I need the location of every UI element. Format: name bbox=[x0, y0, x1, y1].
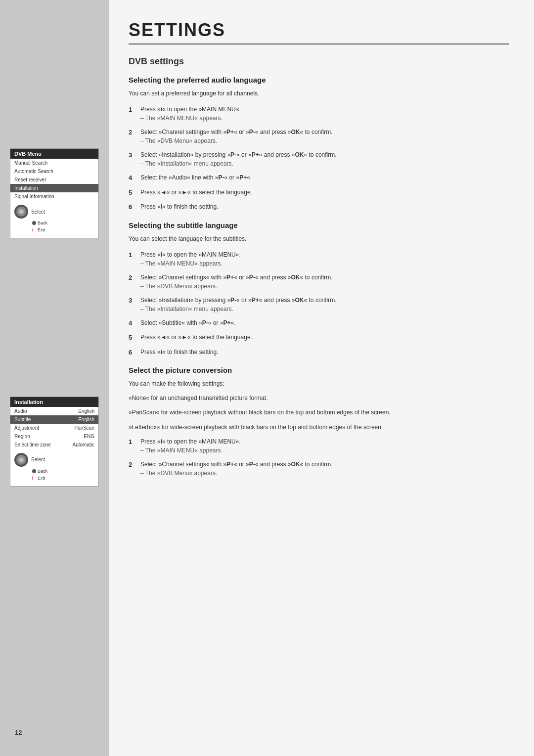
section3-desc3: »Letterbox« for wide-screen playback wit… bbox=[129, 423, 509, 432]
dvb-menu-item-manual[interactable]: Manual Search bbox=[10, 159, 98, 167]
section1-step5: 5 Press »◄« or »►« to select the languag… bbox=[129, 188, 509, 198]
section1-step1: 1 Press »i« to open the »MAIN MENU«. – T… bbox=[129, 105, 509, 123]
dvb-menu-header: DVB Menu bbox=[10, 149, 98, 159]
step-num: 2 bbox=[129, 128, 135, 145]
installation-exit-label: Exit bbox=[38, 475, 45, 482]
section2-steps: 1 Press »i« to open the »MAIN MENU«. – T… bbox=[129, 250, 509, 357]
section1-steps: 1 Press »i« to open the »MAIN MENU«. – T… bbox=[129, 105, 509, 212]
dvb-exit-label: Exit bbox=[38, 226, 45, 233]
installation-item-audio[interactable]: Audio English bbox=[10, 407, 98, 415]
exit-icon: i bbox=[32, 226, 36, 233]
step-num: 6 bbox=[129, 202, 135, 212]
dvb-menu-item-reset[interactable]: Reset receiver bbox=[10, 176, 98, 184]
section1-title: Selecting the preferred audio language bbox=[129, 76, 509, 84]
section1-step6: 6 Press »i« to finish the setting. bbox=[129, 202, 509, 212]
ok-button-installation[interactable] bbox=[14, 453, 28, 467]
step-num: 5 bbox=[129, 188, 135, 198]
dvb-settings-title: DVB settings bbox=[129, 56, 509, 67]
section1-step2: 2 Select »Channel settings« with »P+« or… bbox=[129, 128, 509, 145]
step-num: 2 bbox=[129, 273, 135, 291]
installation-item-subtitle[interactable]: Subtitle English bbox=[10, 415, 98, 424]
section2-step6: 6 Press »i« to finish the setting. bbox=[129, 348, 509, 357]
step-num: 1 bbox=[129, 105, 135, 123]
dvb-back-label: Back bbox=[38, 220, 47, 226]
section3-step2: 2 Select »Channel settings« with »P+« or… bbox=[129, 460, 509, 478]
page-title: SETTINGS bbox=[129, 20, 509, 44]
dvb-nav-icons: Back i Exit bbox=[32, 220, 47, 234]
main-content: SETTINGS DVB settings Selecting the pref… bbox=[109, 0, 534, 756]
section3-step1: 1 Press »i« to open the »MAIN MENU«. – T… bbox=[129, 437, 509, 455]
sidebar: DVB Menu Manual Search Automatic Search … bbox=[0, 0, 109, 756]
installation-select-label: Select bbox=[31, 457, 45, 462]
dvb-select-label: Select bbox=[31, 209, 45, 215]
section2-step3: 3 Select »Installation« by pressing »P-«… bbox=[129, 296, 509, 313]
section3-steps: 1 Press »i« to open the »MAIN MENU«. – T… bbox=[129, 437, 509, 478]
step-num: 2 bbox=[129, 460, 135, 478]
back-dot-icon bbox=[32, 221, 36, 225]
step-num: 3 bbox=[129, 296, 135, 313]
dvb-menu-panel: DVB Menu Manual Search Automatic Search … bbox=[10, 148, 99, 238]
dvb-menu-item-automatic[interactable]: Automatic Search bbox=[10, 167, 98, 176]
installation-exit-icon: i bbox=[32, 475, 36, 482]
section2-step2: 2 Select »Channel settings« with »P+« or… bbox=[129, 273, 509, 291]
step-num: 3 bbox=[129, 150, 135, 168]
installation-select-area: Select bbox=[14, 453, 45, 467]
section1-intro: You can set a preferred language for all… bbox=[129, 89, 509, 98]
dvb-select-area: Select bbox=[14, 205, 45, 219]
section3-desc1: »None« for an unchanged transmitted pict… bbox=[129, 394, 509, 403]
dvb-menu-item-installation[interactable]: Installation bbox=[10, 184, 98, 192]
installation-menu-footer: Select Back i Exit bbox=[10, 449, 98, 486]
step-num: 6 bbox=[129, 348, 135, 357]
step-num: 5 bbox=[129, 333, 135, 343]
section2-step1: 1 Press »i« to open the »MAIN MENU«. – T… bbox=[129, 250, 509, 268]
installation-item-adjustment[interactable]: Adjustment PanScan bbox=[10, 424, 98, 432]
section1-step4: 4 Select the »Audio« line with »P-« or »… bbox=[129, 173, 509, 183]
section3-desc2: »PanScan« for wide-screen playback witho… bbox=[129, 408, 509, 417]
dvb-menu-item-signal[interactable]: Signal Information bbox=[10, 192, 98, 201]
dvb-menu-footer: Select Back i Exit bbox=[10, 201, 98, 238]
section3-intro: You can make the following settings: bbox=[129, 379, 509, 389]
installation-menu-panel: Installation Audio English Subtitle Engl… bbox=[10, 397, 99, 487]
installation-back-dot-icon bbox=[32, 469, 36, 473]
section2-step4: 4 Select »Subtitle« with »P-« or »P+«. bbox=[129, 318, 509, 328]
section3-title: Select the picture conversion bbox=[129, 366, 509, 374]
section2-title: Selecting the subtitle language bbox=[129, 221, 509, 229]
ok-button-dvb[interactable] bbox=[14, 205, 28, 219]
step-num: 1 bbox=[129, 250, 135, 268]
step-num: 4 bbox=[129, 173, 135, 183]
step-num: 1 bbox=[129, 437, 135, 455]
section1-step3: 3 Select »Installation« by pressing »P-«… bbox=[129, 150, 509, 168]
installation-menu-header: Installation bbox=[10, 397, 98, 407]
installation-item-timezone[interactable]: Select time zone Automatic bbox=[10, 441, 98, 449]
step-num: 4 bbox=[129, 318, 135, 328]
installation-back-label: Back bbox=[38, 468, 47, 475]
installation-nav-icons: Back i Exit bbox=[32, 468, 47, 482]
page-number: 12 bbox=[15, 729, 22, 736]
section2-intro: You can select the language for the subt… bbox=[129, 234, 509, 243]
section2-step5: 5 Press »◄« or »►« to select the languag… bbox=[129, 333, 509, 343]
installation-item-region[interactable]: Region ENG bbox=[10, 432, 98, 441]
